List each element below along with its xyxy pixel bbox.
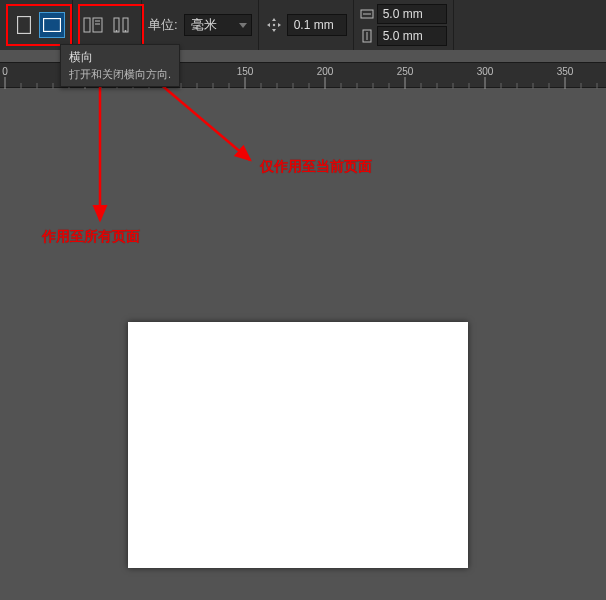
svg-text:200: 200 bbox=[317, 66, 334, 77]
tooltip-title: 横向 bbox=[69, 49, 171, 66]
annotation-all-pages: 作用至所有页面 bbox=[42, 228, 140, 246]
nudge-input[interactable]: 0.1 mm bbox=[287, 14, 347, 36]
portrait-button[interactable] bbox=[11, 12, 37, 38]
landscape-icon bbox=[43, 18, 61, 32]
svg-rect-7 bbox=[123, 18, 128, 32]
svg-point-10 bbox=[272, 24, 274, 26]
toolbar: 单位: 毫米 0.1 mm 5.0 mm bbox=[0, 0, 606, 50]
document-page[interactable] bbox=[128, 322, 468, 568]
dimension-group: 5.0 mm 5.0 mm bbox=[354, 0, 454, 50]
svg-rect-0 bbox=[18, 17, 31, 34]
svg-point-8 bbox=[116, 30, 118, 32]
width-value: 5.0 mm bbox=[383, 7, 423, 21]
landscape-button[interactable] bbox=[39, 12, 65, 38]
apply-all-button[interactable] bbox=[108, 12, 134, 38]
units-value: 毫米 bbox=[191, 16, 217, 34]
units-select[interactable]: 毫米 bbox=[184, 14, 252, 36]
height-value: 5.0 mm bbox=[383, 29, 423, 43]
svg-text:300: 300 bbox=[477, 66, 494, 77]
svg-rect-3 bbox=[93, 18, 102, 32]
units-label: 单位: bbox=[148, 16, 178, 34]
height-input[interactable]: 5.0 mm bbox=[377, 26, 447, 46]
height-icon bbox=[360, 29, 374, 43]
svg-point-9 bbox=[125, 30, 127, 32]
nudge-icon bbox=[265, 16, 283, 34]
svg-text:150: 150 bbox=[237, 66, 254, 77]
apply-scope-group bbox=[73, 0, 142, 50]
svg-text:250: 250 bbox=[397, 66, 414, 77]
svg-text:350: 350 bbox=[557, 66, 574, 77]
dropdown-triangle-icon bbox=[239, 23, 247, 28]
nudge-value: 0.1 mm bbox=[294, 18, 334, 32]
apply-current-icon bbox=[83, 16, 103, 34]
svg-text:0: 0 bbox=[2, 66, 8, 77]
portrait-icon bbox=[17, 16, 31, 34]
width-icon bbox=[360, 7, 374, 21]
units-group: 单位: 毫米 bbox=[142, 0, 259, 50]
tooltip: 横向 打开和关闭横向方向. bbox=[60, 44, 180, 87]
annotation-current-page: 仅作用至当前页面 bbox=[260, 158, 372, 176]
orientation-group bbox=[0, 0, 73, 50]
apply-all-icon bbox=[111, 16, 131, 34]
width-input[interactable]: 5.0 mm bbox=[377, 4, 447, 24]
nudge-group: 0.1 mm bbox=[259, 0, 354, 50]
apply-current-button[interactable] bbox=[80, 12, 106, 38]
svg-rect-1 bbox=[44, 19, 61, 32]
tooltip-desc: 打开和关闭横向方向. bbox=[69, 67, 171, 82]
svg-rect-6 bbox=[114, 18, 119, 32]
svg-rect-2 bbox=[84, 18, 90, 32]
